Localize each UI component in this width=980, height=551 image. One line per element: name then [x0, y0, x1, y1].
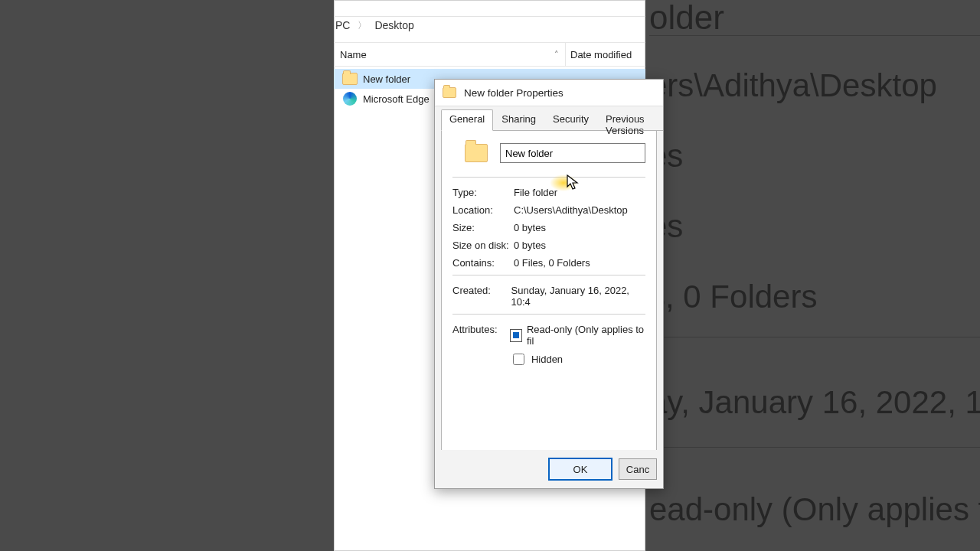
- value-created: Sunday, January 16, 2022, 10:4: [511, 285, 645, 308]
- dialog-buttons: OK Canc: [435, 450, 663, 488]
- label-type: Type:: [452, 187, 514, 198]
- dialog-title: New folder Properties: [464, 87, 564, 99]
- file-name: New folder: [363, 73, 410, 85]
- value-location: C:\Users\Adithya\Desktop: [514, 204, 628, 216]
- column-headers: Name ˄ Date modified: [334, 42, 645, 67]
- divider: [452, 177, 645, 178]
- checkbox-readonly[interactable]: Read-only (Only applies to fil: [510, 324, 645, 347]
- properties-dialog: New folder Properties General Sharing Se…: [434, 79, 664, 489]
- value-type: File folder: [514, 187, 557, 198]
- label-contains: Contains:: [452, 257, 514, 269]
- file-name: Microsoft Edge: [363, 93, 430, 105]
- column-date-header[interactable]: Date modified: [565, 43, 645, 66]
- label-location: Location:: [452, 204, 514, 216]
- column-label: Name: [340, 49, 367, 60]
- label-created: Created:: [452, 285, 511, 308]
- divider: [452, 314, 645, 315]
- label-sizeondisk: Size on disk:: [452, 240, 514, 251]
- folder-name-input[interactable]: [500, 143, 645, 163]
- cancel-button[interactable]: Canc: [619, 458, 657, 480]
- value-sizeondisk: 0 bytes: [514, 240, 546, 251]
- column-label: Date modified: [570, 49, 632, 60]
- chevron-right-icon: 〉: [358, 19, 367, 32]
- folder-icon: [452, 144, 500, 162]
- tab-general[interactable]: General: [441, 109, 493, 131]
- value-contains: 0 Files, 0 Folders: [514, 257, 590, 269]
- tab-bar: General Sharing Security Previous Versio…: [435, 106, 663, 131]
- tab-previous-versions[interactable]: Previous Versions: [597, 109, 657, 131]
- divider: [452, 275, 645, 276]
- checkbox-mixed-icon: [510, 329, 522, 342]
- breadcrumb-seg-pc[interactable]: PC: [335, 19, 350, 31]
- breadcrumb-seg-desktop[interactable]: Desktop: [374, 19, 413, 31]
- edge-icon: [341, 90, 358, 107]
- breadcrumb[interactable]: PC 〉 Desktop: [335, 17, 645, 34]
- tab-general-panel: Type:File folder Location:C:\Users\Adith…: [441, 131, 657, 454]
- checkbox-input[interactable]: [513, 354, 524, 365]
- checkbox-label: Read-only (Only applies to fil: [527, 324, 645, 347]
- tab-security[interactable]: Security: [544, 109, 597, 131]
- folder-icon: [341, 70, 358, 87]
- checkbox-hidden[interactable]: Hidden: [510, 351, 645, 367]
- ok-button[interactable]: OK: [548, 458, 612, 481]
- checkbox-label: Hidden: [531, 354, 563, 365]
- column-name-header[interactable]: Name ˄: [334, 49, 565, 60]
- folder-icon: [443, 87, 456, 98]
- value-size: 0 bytes: [514, 222, 546, 233]
- label-size: Size:: [452, 222, 514, 233]
- tab-sharing[interactable]: Sharing: [493, 109, 544, 131]
- dialog-title-bar[interactable]: New folder Properties: [435, 80, 663, 106]
- sort-asc-icon: ˄: [554, 50, 559, 60]
- label-attributes: Attributes:: [452, 324, 510, 367]
